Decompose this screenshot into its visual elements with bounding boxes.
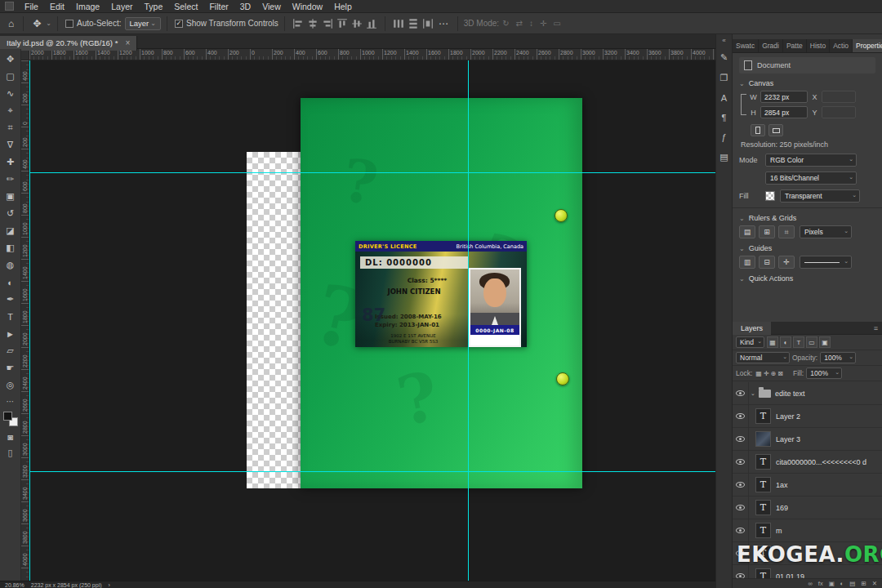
clone-stamp-tool[interactable]: ▣ <box>2 188 20 205</box>
layer-visibility-toggle[interactable] <box>733 382 749 404</box>
marquee-tool[interactable]: ▢ <box>2 68 20 85</box>
new-guide-icon[interactable]: ▥ <box>739 256 755 269</box>
layer-filter-kind-dropdown[interactable]: Kind <box>736 336 764 348</box>
guide-style-dropdown[interactable] <box>800 256 852 269</box>
color-mode-dropdown[interactable]: RGB Color <box>765 154 857 167</box>
auto-select-checkbox[interactable] <box>65 20 74 28</box>
canvas-y-input[interactable] <box>822 106 856 118</box>
3d-roll-icon[interactable]: ⇄ <box>513 19 526 28</box>
rulers-grids-section-header[interactable]: Rulers & Grids <box>739 214 875 222</box>
filter-type-icon[interactable]: T <box>793 336 804 348</box>
3d-orbit-icon[interactable]: ↻ <box>499 19 512 28</box>
link-dimensions-icon[interactable] <box>741 94 746 115</box>
align-bottom-icon[interactable] <box>366 18 377 29</box>
quick-selection-tool[interactable]: ⌖ <box>2 102 20 119</box>
layer-visibility-toggle[interactable] <box>733 497 749 519</box>
blur-tool[interactable]: ◍ <box>2 256 20 274</box>
close-icon[interactable]: × <box>125 38 130 47</box>
toggle-snap-icon[interactable]: ⌗ <box>778 225 795 238</box>
align-top-icon[interactable] <box>336 18 348 29</box>
edit-toolbar-icon[interactable]: ⋯ <box>7 397 15 406</box>
blend-mode-dropdown[interactable]: Normal <box>736 352 790 363</box>
adjustment-layer-icon[interactable]: ◐ <box>840 580 844 587</box>
opacity-dropdown[interactable]: 100% <box>820 352 856 363</box>
layer-row[interactable]: T m <box>733 519 882 542</box>
layer-visibility-toggle[interactable] <box>733 405 749 427</box>
lasso-tool[interactable]: ∿ <box>2 85 20 102</box>
distribute-spacing-icon[interactable] <box>422 18 434 29</box>
fill-opacity-dropdown[interactable]: 100% <box>806 368 842 379</box>
screen-mode-icon[interactable]: ▯ <box>7 448 12 458</box>
clone-source-icon[interactable]: ❐ <box>720 73 728 83</box>
layer-row[interactable]: T 1ax <box>733 474 882 497</box>
panel-tab[interactable]: Gradi <box>759 39 783 52</box>
menu-item[interactable]: File <box>19 0 44 13</box>
layer-row[interactable]: T 01.01.19 <box>733 565 882 578</box>
filter-shape-icon[interactable]: ▭ <box>806 336 817 348</box>
panel-tab[interactable]: Histo <box>807 39 830 52</box>
brush-settings-icon[interactable]: ✎ <box>720 52 728 63</box>
3d-drag-icon[interactable]: ↕ <box>526 19 537 28</box>
current-tool-icon[interactable]: ✥ ⌄ <box>29 18 51 29</box>
filter-smart-object-icon[interactable]: ▣ <box>819 336 831 348</box>
crop-tool[interactable]: ⌗ <box>2 119 20 136</box>
layer-visibility-toggle[interactable] <box>733 519 749 541</box>
menu-item[interactable]: Image <box>70 0 105 13</box>
layer-row[interactable]: T Layer 3 <box>733 428 882 451</box>
layer-visibility-toggle[interactable] <box>733 428 749 450</box>
layer-effects-icon[interactable]: fx <box>818 580 823 587</box>
layer-visibility-toggle[interactable] <box>733 474 749 496</box>
canvas-width-input[interactable]: 2232 px <box>760 91 808 103</box>
menu-item[interactable]: Edit <box>44 0 70 13</box>
delete-layer-icon[interactable]: ✕ <box>872 580 877 587</box>
canvas-fill-dropdown[interactable]: Transparent <box>780 189 860 203</box>
layer-name[interactable]: 1ax <box>776 481 788 489</box>
eyedropper-tool[interactable]: ∇ <box>2 136 20 154</box>
lock-position-icon[interactable]: ⊕ <box>770 370 777 377</box>
hand-tool[interactable]: ☛ <box>2 359 20 376</box>
toggle-rulers-icon[interactable]: ▤ <box>739 225 755 238</box>
menu-item[interactable]: Window <box>287 0 328 13</box>
ruler-horizontal[interactable]: 2000180016001400120010008006004002000200… <box>29 49 715 60</box>
grid-units-dropdown[interactable]: Pixels <box>800 225 852 238</box>
distribute-vertical-icon[interactable] <box>408 18 419 29</box>
character-panel-icon[interactable]: A <box>721 93 727 103</box>
lock-guides-icon[interactable]: ✛ <box>778 256 795 269</box>
zoom-level[interactable]: 20.86% <box>5 582 24 588</box>
lock-all-icon[interactable]: ⊠ <box>777 370 784 377</box>
layer-row[interactable]: T 169 <box>733 497 882 519</box>
layer-name[interactable]: Layer 2 <box>776 412 800 421</box>
layer-visibility-toggle[interactable] <box>733 451 749 473</box>
layer-name[interactable]: 169 <box>776 504 788 512</box>
shape-tool[interactable]: ▱ <box>2 342 20 359</box>
home-icon[interactable]: ⌂ <box>5 18 17 29</box>
show-transform-checkbox[interactable]: ✓ <box>175 20 183 28</box>
link-layers-icon[interactable]: ∞ <box>808 580 812 587</box>
panel-tab[interactable]: Patte <box>783 39 807 52</box>
filter-adjustment-icon[interactable]: ◐ <box>780 336 791 348</box>
lock-pixels-icon[interactable]: ✛ <box>763 370 770 377</box>
app-icon[interactable] <box>5 2 14 11</box>
history-brush-tool[interactable]: ↺ <box>2 205 20 222</box>
canvas-height-input[interactable]: 2854 px <box>760 106 808 118</box>
lock-transparency-icon[interactable]: ▦ <box>755 370 763 377</box>
bit-depth-dropdown[interactable]: 16 Bits/Channel <box>765 172 857 185</box>
orientation-landscape-button[interactable] <box>768 124 783 136</box>
layer-group-icon[interactable]: ▤ <box>849 580 855 587</box>
guides-section-header[interactable]: Guides <box>739 244 875 252</box>
guide-horizontal[interactable] <box>29 471 715 472</box>
distribute-horizontal-icon[interactable] <box>393 18 404 29</box>
more-options-icon[interactable]: ⋯ <box>435 18 452 29</box>
toggle-grid-icon[interactable]: ⊞ <box>759 225 775 238</box>
layer-name[interactable]: cita0000000...<<<<<<<<0 d <box>776 458 866 466</box>
tab-layers[interactable]: Layers <box>733 322 771 335</box>
document-tab[interactable]: Italy id.psd @ 20.7% (RGB/16) * × <box>0 36 137 51</box>
layer-name[interactable]: m <box>776 527 782 535</box>
healing-brush-tool[interactable]: ✚ <box>2 154 20 171</box>
panel-tab[interactable]: Actio <box>830 39 853 52</box>
align-center-horizontal-icon[interactable] <box>307 18 318 29</box>
orientation-portrait-button[interactable] <box>751 124 765 136</box>
move-tool[interactable]: ✥ <box>2 51 20 68</box>
canvas-section-header[interactable]: Canvas <box>739 79 875 87</box>
3d-scale-icon[interactable]: ▭ <box>550 19 564 28</box>
